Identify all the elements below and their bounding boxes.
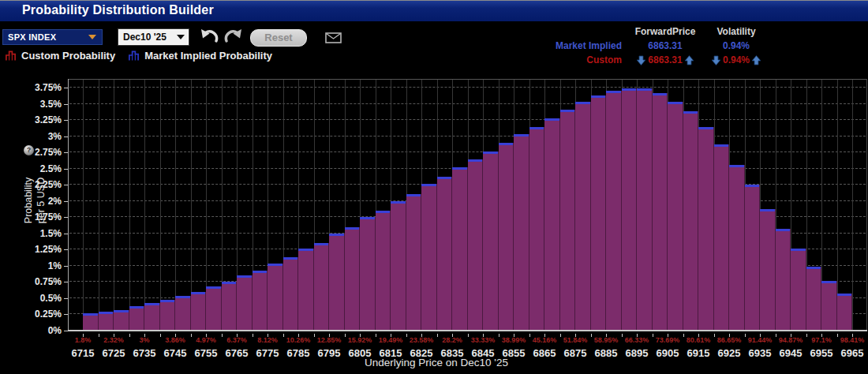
histogram-bar[interactable] xyxy=(160,300,176,330)
market-implied-cap xyxy=(222,282,237,284)
histogram-bar[interactable] xyxy=(683,111,699,330)
y-axis-tick xyxy=(64,266,68,267)
market-implied-cap xyxy=(360,217,375,219)
y-axis-tick-label: 1% xyxy=(11,260,62,272)
y-axis-tick-label: 0% xyxy=(11,325,62,337)
histogram-bar[interactable] xyxy=(776,229,791,330)
histogram-bar[interactable] xyxy=(544,118,560,330)
histogram-bar[interactable] xyxy=(745,185,761,330)
vertical-gridline xyxy=(837,80,838,330)
market-implied-cap xyxy=(268,264,282,266)
y-axis-tick-label: 0.5% xyxy=(11,293,62,305)
histogram-bar[interactable] xyxy=(821,281,837,330)
histogram-bar[interactable] xyxy=(437,177,453,330)
histogram-bar[interactable] xyxy=(129,306,145,330)
y-axis-tick xyxy=(64,104,68,105)
y-axis-title: Probability per 5 USD xyxy=(22,148,49,253)
histogram-bar[interactable] xyxy=(360,217,376,330)
histogram-bar[interactable] xyxy=(668,102,683,330)
histogram-bar[interactable] xyxy=(653,93,668,330)
histogram-bar[interactable] xyxy=(298,249,314,330)
y-axis-tick xyxy=(64,217,68,218)
histogram-bar[interactable] xyxy=(806,267,822,330)
histogram-bar[interactable] xyxy=(591,95,607,330)
histogram-bar[interactable] xyxy=(222,282,238,330)
market-implied-cap xyxy=(544,118,559,121)
histogram-bar[interactable] xyxy=(606,91,622,330)
help-icon[interactable]: ? xyxy=(24,145,34,155)
histogram-bar[interactable] xyxy=(329,234,345,330)
market-implied-cap xyxy=(391,201,406,204)
envelope-icon[interactable] xyxy=(325,32,342,47)
legend-item-custom[interactable]: Custom Probability xyxy=(5,49,115,62)
histogram-bar[interactable] xyxy=(283,257,299,330)
stepper-down-icon[interactable] xyxy=(637,55,645,65)
market-implied-cap xyxy=(437,177,452,179)
expiry-dropdown[interactable]: Dec10 '25 xyxy=(118,29,189,45)
y-axis-tick xyxy=(64,234,68,234)
market-implied-cap xyxy=(253,271,268,273)
histogram-bar[interactable] xyxy=(791,249,806,330)
forward-volatility-panel: ForwardPrice Volatility Market Implied 6… xyxy=(543,24,767,67)
histogram-bar[interactable] xyxy=(314,243,330,330)
histogram-bar[interactable] xyxy=(837,294,853,330)
stepper-up-icon[interactable] xyxy=(685,55,694,65)
market-implied-row-label: Market Implied xyxy=(543,40,625,51)
histogram-bar[interactable] xyxy=(714,144,730,330)
histogram-bar[interactable] xyxy=(237,275,253,330)
market-implied-cap xyxy=(283,257,298,260)
cumulative-probability-label: 98.41% xyxy=(832,336,868,344)
histogram-bar[interactable] xyxy=(268,264,283,330)
forward-price-header: ForwardPrice xyxy=(625,26,705,37)
market-implied-cap xyxy=(668,102,683,104)
histogram-bar[interactable] xyxy=(483,151,499,330)
market-implied-cap xyxy=(376,211,391,213)
redo-button[interactable] xyxy=(223,28,244,46)
histogram-bar[interactable] xyxy=(560,110,576,330)
security-dropdown-value: SPX INDEX xyxy=(3,32,88,42)
histogram-bar[interactable] xyxy=(499,143,514,330)
reset-button[interactable]: Reset xyxy=(250,29,307,47)
histogram-bar[interactable] xyxy=(575,102,591,330)
stepper-up-icon[interactable] xyxy=(752,55,761,65)
histogram-bar[interactable] xyxy=(406,194,422,330)
legend-label: Custom Probability xyxy=(21,50,115,62)
histogram-bar[interactable] xyxy=(622,88,638,330)
histogram-bar[interactable] xyxy=(376,211,391,330)
histogram-bar[interactable] xyxy=(529,127,545,330)
histogram-bar[interactable] xyxy=(191,292,207,330)
histogram-bar[interactable] xyxy=(345,227,361,330)
x-axis-line xyxy=(68,330,867,331)
histogram-bar[interactable] xyxy=(83,313,99,330)
histogram-bar[interactable] xyxy=(114,310,129,330)
histogram-bar[interactable] xyxy=(514,134,529,330)
histogram-bar[interactable] xyxy=(452,167,468,330)
market-implied-cap xyxy=(483,151,498,154)
histogram-bar[interactable] xyxy=(729,165,745,330)
histogram-bar[interactable] xyxy=(144,303,160,330)
histogram-bar[interactable] xyxy=(760,209,776,330)
market-implied-cap xyxy=(206,286,221,289)
histogram-bar[interactable] xyxy=(421,184,437,330)
market-implied-volatility-value: 0.94% xyxy=(705,40,767,51)
security-dropdown[interactable]: SPX INDEX xyxy=(2,29,103,45)
histogram-bar[interactable] xyxy=(391,201,406,330)
market-implied-cap xyxy=(760,209,775,211)
market-implied-cap xyxy=(714,144,729,147)
histogram-bar[interactable] xyxy=(637,88,653,330)
undo-button[interactable] xyxy=(200,28,220,46)
market-implied-cap xyxy=(560,110,575,112)
stepper-down-icon[interactable] xyxy=(712,55,720,65)
histogram-bar[interactable] xyxy=(698,127,714,330)
histogram-bar[interactable] xyxy=(99,312,114,330)
market-implied-cap xyxy=(698,127,713,129)
legend-label: Market Implied Probability xyxy=(144,50,272,62)
market-implied-forward-value: 6863.31 xyxy=(625,40,705,51)
histogram-bar[interactable] xyxy=(253,271,268,330)
legend-item-market-implied[interactable]: Market Implied Probability xyxy=(128,49,272,62)
y-axis-tick-label: 3.5% xyxy=(11,99,62,110)
histogram-bar[interactable] xyxy=(468,159,484,330)
histogram-bar[interactable] xyxy=(175,296,191,330)
histogram-bar[interactable] xyxy=(206,286,222,330)
title-bar: Probability Distribution Builder xyxy=(0,0,868,21)
